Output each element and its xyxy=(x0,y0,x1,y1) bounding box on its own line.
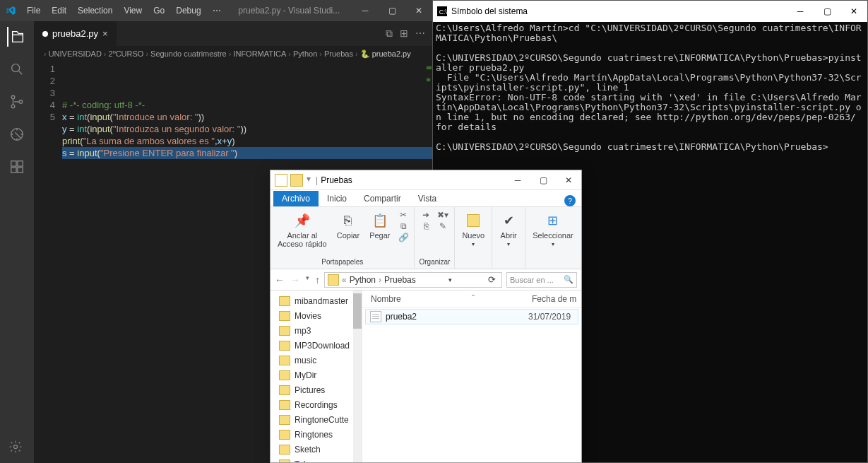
nav-forward-icon[interactable]: → xyxy=(290,274,300,286)
navigation-pane[interactable]: mibandmasterMoviesmp3MP3DownloadmusicMyD… xyxy=(270,291,362,462)
nav-folder-recordings[interactable]: Recordings xyxy=(270,397,362,412)
explorer-icon[interactable] xyxy=(7,27,27,47)
new-folder-button[interactable]: Nuevo▾ xyxy=(459,210,487,249)
breadcrumb-item[interactable]: UNIVERSIDAD xyxy=(49,49,102,58)
breadcrumb-item[interactable]: 2ºCURSO xyxy=(109,49,144,58)
paste-button[interactable]: 📋 Pegar xyxy=(367,210,393,241)
exp-minimize-button[interactable]: ─ xyxy=(505,170,530,190)
cmd-titlebar: C:\ Símbolo del sistema ─ ▢ ✕ xyxy=(433,1,867,22)
rename-icon[interactable]: ✎ xyxy=(436,221,449,231)
minimize-button[interactable]: ─ xyxy=(352,0,379,21)
ribbon-help-icon[interactable]: ? xyxy=(564,195,576,206)
column-date[interactable]: Fecha de m xyxy=(532,294,581,304)
tab-action-icon-2[interactable]: ⋯ xyxy=(415,28,425,40)
nav-folder-movies[interactable]: Movies xyxy=(270,308,362,323)
minimap[interactable]: ▇▇▇▇▇ xyxy=(427,61,431,86)
explorer-title: Pruebas xyxy=(318,175,505,185)
paste-shortcut-icon[interactable]: 🔗 xyxy=(397,233,410,242)
search-icon[interactable] xyxy=(7,59,27,79)
nav-folder-pictures[interactable]: Pictures xyxy=(270,382,362,397)
move-to-icon[interactable]: ➜ xyxy=(420,210,432,220)
file-list[interactable]: Nombre ˆ Fecha de m prueba231/07/2019 xyxy=(362,291,581,462)
column-name[interactable]: Nombre xyxy=(362,294,532,304)
nav-folder-telegram[interactable]: Telegram xyxy=(270,457,362,462)
copy-to-icon[interactable]: ⎘ xyxy=(420,221,432,231)
clipboard-group-label: Portapapeles xyxy=(321,258,363,266)
copy-icon: ⎘ xyxy=(339,211,357,230)
tab-close-icon[interactable]: × xyxy=(102,28,108,39)
breadcrumb-item[interactable]: 🐍 prueba2.py xyxy=(360,49,411,59)
svg-point-3 xyxy=(19,100,23,104)
tab-action-icon-1[interactable]: ⊞ xyxy=(400,28,408,40)
breadcrumb-item[interactable]: Python xyxy=(293,49,317,58)
file-row[interactable]: prueba231/07/2019 xyxy=(365,309,578,324)
cmd-minimize-button[interactable]: ─ xyxy=(787,1,814,22)
exp-maximize-button[interactable]: ▢ xyxy=(530,170,556,190)
delete-icon[interactable]: ✖▾ xyxy=(436,210,449,220)
select-button[interactable]: ⊞ Seleccionar▾ xyxy=(530,210,576,249)
tab-prueba2[interactable]: prueba2.py × xyxy=(34,21,117,46)
breadcrumb[interactable]: ›UNIVERSIDAD›2ºCURSO›Segundo cuatrimestr… xyxy=(34,46,432,61)
debug-icon[interactable] xyxy=(7,124,27,144)
nav-history-icon[interactable]: ▾ xyxy=(306,274,309,286)
ribbon-tab-share[interactable]: Compartir xyxy=(355,191,410,206)
nav-folder-sketch[interactable]: Sketch xyxy=(270,442,362,457)
folder-icon xyxy=(279,430,290,440)
nav-folder-mibandmaster[interactable]: mibandmaster xyxy=(270,293,362,308)
svg-point-0 xyxy=(12,64,20,72)
pin-quick-access-button[interactable]: 📌 Anclar al Acceso rápido xyxy=(275,210,330,250)
search-input[interactable]: Buscar en ... 🔍 xyxy=(506,272,577,288)
quick-access-profile-icon[interactable] xyxy=(275,174,287,187)
menu-file[interactable]: File xyxy=(21,6,46,16)
address-dropdown-icon[interactable]: ▾ xyxy=(446,276,455,283)
breadcrumb-item[interactable]: Segundo cuatrimestre xyxy=(150,49,227,58)
nav-scrollbar[interactable] xyxy=(353,291,362,462)
maximize-button[interactable]: ▢ xyxy=(379,0,405,21)
menu-edit[interactable]: Edit xyxy=(46,6,72,16)
nav-folder-ringtonecutte[interactable]: RingtoneCutte xyxy=(270,412,362,427)
menu-go[interactable]: Go xyxy=(148,6,170,16)
refresh-icon[interactable]: ⟳ xyxy=(485,274,499,285)
svg-point-9 xyxy=(14,445,18,449)
svg-point-1 xyxy=(11,95,15,99)
cmd-maximize-button[interactable]: ▢ xyxy=(814,1,840,22)
close-button[interactable]: ✕ xyxy=(405,0,432,21)
qat-dropdown-icon[interactable]: ▾ xyxy=(306,174,311,187)
nav-folder-music[interactable]: music xyxy=(270,353,362,368)
extensions-icon[interactable] xyxy=(7,157,27,177)
ribbon: 📌 Anclar al Acceso rápido ⎘ Copiar 📋 Peg… xyxy=(270,207,581,269)
organize-group-label: Organizar xyxy=(419,258,450,266)
address-bar-row: ← → ▾ ↑ « Python › Pruebas ▾ ⟳ Buscar en… xyxy=(270,269,581,291)
pin-icon: 📌 xyxy=(293,211,311,230)
menu-debug[interactable]: Debug xyxy=(170,6,206,16)
nav-back-icon[interactable]: ← xyxy=(275,274,285,286)
ribbon-tabs: Archivo Inicio Compartir Vista ? xyxy=(270,190,581,207)
nav-folder-mydir[interactable]: MyDir xyxy=(270,368,362,382)
nav-folder-mp3download[interactable]: MP3Download xyxy=(270,338,362,353)
nav-folder-ringtones[interactable]: Ringtones xyxy=(270,427,362,442)
copy-button[interactable]: ⎘ Copiar xyxy=(334,210,362,241)
copy-path-icon[interactable]: ⧉ xyxy=(397,221,410,231)
breadcrumb-item[interactable]: Pruebas xyxy=(324,49,353,58)
tab-action-icon-0[interactable]: ⧉ xyxy=(386,28,393,40)
exp-close-button[interactable]: ✕ xyxy=(556,170,581,190)
ribbon-tab-view[interactable]: Vista xyxy=(410,191,445,206)
breadcrumb-item[interactable]: INFORMATICA xyxy=(233,49,286,58)
cut-icon[interactable]: ✂ xyxy=(397,210,410,220)
svg-rect-7 xyxy=(11,168,16,172)
source-control-icon[interactable] xyxy=(7,92,27,112)
menu-view[interactable]: View xyxy=(118,6,148,16)
nav-up-icon[interactable]: ↑ xyxy=(315,274,320,286)
menu-selection[interactable]: Selection xyxy=(72,6,118,16)
cmd-close-button[interactable]: ✕ xyxy=(840,1,867,22)
settings-gear-icon[interactable] xyxy=(8,440,23,457)
menu-⋯[interactable]: ⋯ xyxy=(207,6,227,16)
quick-access-folder-icon[interactable] xyxy=(290,174,303,187)
list-header[interactable]: Nombre ˆ Fecha de m xyxy=(362,291,581,307)
open-button[interactable]: ✔ Abrir▾ xyxy=(497,210,521,249)
ribbon-tab-home[interactable]: Inicio xyxy=(319,191,355,206)
address-bar[interactable]: « Python › Pruebas ▾ ⟳ xyxy=(324,272,502,288)
ribbon-tab-file[interactable]: Archivo xyxy=(273,191,319,206)
nav-folder-mp3[interactable]: mp3 xyxy=(270,323,362,338)
new-folder-icon xyxy=(464,211,482,230)
